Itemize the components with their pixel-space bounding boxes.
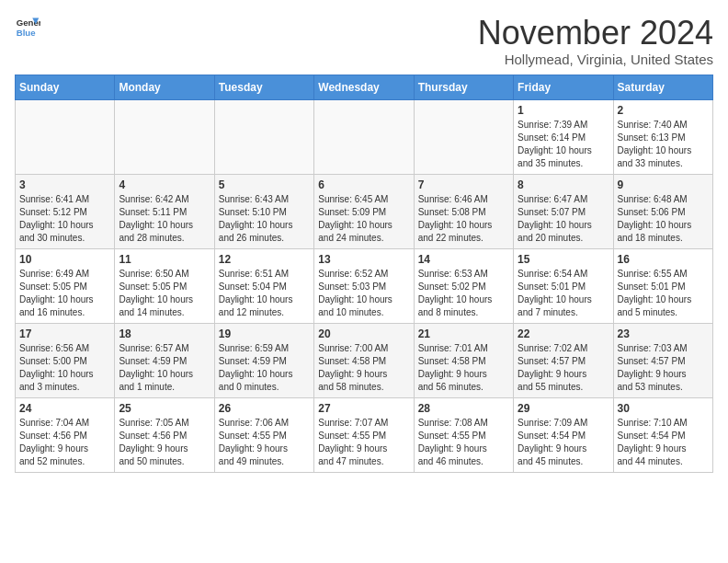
logo-icon: General Blue	[15, 15, 40, 40]
day-info: Sunrise: 6:54 AM Sunset: 5:01 PM Dayligh…	[518, 268, 609, 319]
week-row-1: 1Sunrise: 7:39 AM Sunset: 6:14 PM Daylig…	[16, 99, 713, 174]
calendar-cell: 15Sunrise: 6:54 AM Sunset: 5:01 PM Dayli…	[514, 248, 613, 323]
calendar-cell: 8Sunrise: 6:47 AM Sunset: 5:07 PM Daylig…	[514, 174, 613, 248]
weekday-header-row: SundayMondayTuesdayWednesdayThursdayFrid…	[16, 75, 713, 99]
calendar-cell: 6Sunrise: 6:45 AM Sunset: 5:09 PM Daylig…	[314, 174, 414, 248]
day-info: Sunrise: 7:07 AM Sunset: 4:55 PM Dayligh…	[318, 417, 409, 468]
day-number: 23	[618, 327, 709, 340]
day-info: Sunrise: 6:56 AM Sunset: 5:00 PM Dayligh…	[19, 342, 110, 394]
day-info: Sunrise: 6:59 AM Sunset: 4:59 PM Dayligh…	[219, 342, 310, 394]
day-number: 27	[318, 402, 409, 415]
day-number: 10	[19, 253, 110, 266]
day-number: 26	[219, 402, 310, 415]
day-info: Sunrise: 6:43 AM Sunset: 5:10 PM Dayligh…	[219, 193, 310, 245]
calendar-cell: 9Sunrise: 6:48 AM Sunset: 5:06 PM Daylig…	[613, 174, 712, 248]
day-number: 24	[19, 402, 110, 415]
calendar-cell: 4Sunrise: 6:42 AM Sunset: 5:11 PM Daylig…	[115, 174, 214, 248]
day-number: 4	[119, 178, 210, 191]
weekday-header-saturday: Saturday	[613, 75, 712, 99]
week-row-3: 10Sunrise: 6:49 AM Sunset: 5:05 PM Dayli…	[16, 248, 713, 323]
day-info: Sunrise: 7:08 AM Sunset: 4:55 PM Dayligh…	[418, 417, 509, 468]
calendar-cell: 11Sunrise: 6:50 AM Sunset: 5:05 PM Dayli…	[115, 248, 214, 323]
calendar-cell: 29Sunrise: 7:09 AM Sunset: 4:54 PM Dayli…	[514, 397, 613, 472]
calendar-cell: 1Sunrise: 7:39 AM Sunset: 6:14 PM Daylig…	[514, 99, 613, 174]
day-number: 7	[418, 178, 509, 191]
calendar-cell: 30Sunrise: 7:10 AM Sunset: 4:54 PM Dayli…	[613, 397, 712, 472]
calendar-cell: 19Sunrise: 6:59 AM Sunset: 4:59 PM Dayli…	[214, 323, 313, 397]
day-info: Sunrise: 6:53 AM Sunset: 5:02 PM Dayligh…	[418, 268, 509, 319]
day-info: Sunrise: 7:09 AM Sunset: 4:54 PM Dayligh…	[518, 417, 609, 468]
day-number: 28	[418, 402, 509, 415]
month-title: November 2024	[478, 15, 713, 52]
day-number: 8	[518, 178, 609, 191]
week-row-4: 17Sunrise: 6:56 AM Sunset: 5:00 PM Dayli…	[16, 323, 713, 397]
calendar-cell: 23Sunrise: 7:03 AM Sunset: 4:57 PM Dayli…	[613, 323, 712, 397]
day-number: 16	[618, 253, 709, 266]
logo: General Blue	[15, 15, 40, 40]
day-number: 14	[418, 253, 509, 266]
calendar-cell: 3Sunrise: 6:41 AM Sunset: 5:12 PM Daylig…	[16, 174, 115, 248]
calendar-cell: 21Sunrise: 7:01 AM Sunset: 4:58 PM Dayli…	[414, 323, 513, 397]
week-row-5: 24Sunrise: 7:04 AM Sunset: 4:56 PM Dayli…	[16, 397, 713, 472]
day-info: Sunrise: 6:47 AM Sunset: 5:07 PM Dayligh…	[518, 193, 609, 245]
calendar-cell	[414, 99, 513, 174]
calendar-cell	[314, 99, 414, 174]
day-number: 3	[19, 178, 110, 191]
day-number: 22	[518, 327, 609, 340]
day-info: Sunrise: 7:02 AM Sunset: 4:57 PM Dayligh…	[518, 342, 609, 394]
day-number: 6	[318, 178, 409, 191]
day-info: Sunrise: 6:55 AM Sunset: 5:01 PM Dayligh…	[618, 268, 709, 319]
day-info: Sunrise: 7:10 AM Sunset: 4:54 PM Dayligh…	[618, 417, 709, 468]
calendar-cell: 2Sunrise: 7:40 AM Sunset: 6:13 PM Daylig…	[613, 99, 712, 174]
weekday-header-wednesday: Wednesday	[314, 75, 414, 99]
calendar-cell: 14Sunrise: 6:53 AM Sunset: 5:02 PM Dayli…	[414, 248, 513, 323]
day-info: Sunrise: 7:00 AM Sunset: 4:58 PM Dayligh…	[318, 342, 409, 394]
calendar-cell	[115, 99, 214, 174]
calendar-cell: 16Sunrise: 6:55 AM Sunset: 5:01 PM Dayli…	[613, 248, 712, 323]
calendar-cell: 17Sunrise: 6:56 AM Sunset: 5:00 PM Dayli…	[16, 323, 115, 397]
day-number: 12	[219, 253, 310, 266]
day-info: Sunrise: 6:41 AM Sunset: 5:12 PM Dayligh…	[19, 193, 110, 245]
day-info: Sunrise: 7:01 AM Sunset: 4:58 PM Dayligh…	[418, 342, 509, 394]
calendar-cell: 12Sunrise: 6:51 AM Sunset: 5:04 PM Dayli…	[214, 248, 313, 323]
weekday-header-friday: Friday	[514, 75, 613, 99]
day-info: Sunrise: 6:48 AM Sunset: 5:06 PM Dayligh…	[618, 193, 709, 245]
day-info: Sunrise: 6:51 AM Sunset: 5:04 PM Dayligh…	[219, 268, 310, 319]
calendar-cell: 22Sunrise: 7:02 AM Sunset: 4:57 PM Dayli…	[514, 323, 613, 397]
day-number: 13	[318, 253, 409, 266]
weekday-header-tuesday: Tuesday	[214, 75, 313, 99]
day-number: 20	[318, 327, 409, 340]
day-number: 30	[618, 402, 709, 415]
day-info: Sunrise: 7:04 AM Sunset: 4:56 PM Dayligh…	[19, 417, 110, 468]
day-number: 21	[418, 327, 509, 340]
location-subtitle: Hollymead, Virginia, United States	[478, 52, 713, 67]
title-area: November 2024 Hollymead, Virginia, Unite…	[478, 15, 713, 67]
day-info: Sunrise: 7:06 AM Sunset: 4:55 PM Dayligh…	[219, 417, 310, 468]
day-info: Sunrise: 6:57 AM Sunset: 4:59 PM Dayligh…	[119, 342, 210, 394]
calendar-cell: 26Sunrise: 7:06 AM Sunset: 4:55 PM Dayli…	[214, 397, 313, 472]
calendar-cell: 18Sunrise: 6:57 AM Sunset: 4:59 PM Dayli…	[115, 323, 214, 397]
day-number: 11	[119, 253, 210, 266]
day-info: Sunrise: 7:03 AM Sunset: 4:57 PM Dayligh…	[618, 342, 709, 394]
calendar-cell: 10Sunrise: 6:49 AM Sunset: 5:05 PM Dayli…	[16, 248, 115, 323]
day-number: 2	[618, 104, 709, 117]
day-number: 17	[19, 327, 110, 340]
day-info: Sunrise: 7:40 AM Sunset: 6:13 PM Dayligh…	[618, 119, 709, 170]
calendar-cell: 28Sunrise: 7:08 AM Sunset: 4:55 PM Dayli…	[414, 397, 513, 472]
day-info: Sunrise: 6:49 AM Sunset: 5:05 PM Dayligh…	[19, 268, 110, 319]
day-number: 1	[518, 104, 609, 117]
day-number: 19	[219, 327, 310, 340]
day-info: Sunrise: 6:46 AM Sunset: 5:08 PM Dayligh…	[418, 193, 509, 245]
svg-text:Blue: Blue	[17, 28, 36, 38]
day-info: Sunrise: 7:39 AM Sunset: 6:14 PM Dayligh…	[518, 119, 609, 170]
day-info: Sunrise: 6:45 AM Sunset: 5:09 PM Dayligh…	[318, 193, 409, 245]
day-number: 25	[119, 402, 210, 415]
day-number: 29	[518, 402, 609, 415]
calendar-cell: 7Sunrise: 6:46 AM Sunset: 5:08 PM Daylig…	[414, 174, 513, 248]
calendar-cell: 20Sunrise: 7:00 AM Sunset: 4:58 PM Dayli…	[314, 323, 414, 397]
day-info: Sunrise: 6:42 AM Sunset: 5:11 PM Dayligh…	[119, 193, 210, 245]
header: General Blue November 2024 Hollymead, Vi…	[15, 15, 713, 67]
day-info: Sunrise: 7:05 AM Sunset: 4:56 PM Dayligh…	[119, 417, 210, 468]
weekday-header-monday: Monday	[115, 75, 214, 99]
calendar-cell: 27Sunrise: 7:07 AM Sunset: 4:55 PM Dayli…	[314, 397, 414, 472]
